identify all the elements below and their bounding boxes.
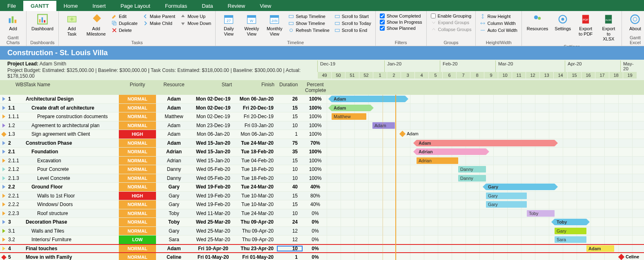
task-row[interactable]: 2Construction PhaseNORMALAdamWed 15-Jan-… — [0, 139, 644, 148]
priority-cell[interactable]: NORMAL — [119, 253, 156, 260]
priority-cell[interactable]: NORMAL — [119, 157, 156, 165]
res-cell[interactable]: Adam — [156, 246, 192, 251]
task-row[interactable]: 1.3Sign agreement with ClientHIGHAdamMon… — [0, 130, 644, 139]
make-parent-button[interactable]: Make Parent — [141, 13, 177, 20]
expand-icon[interactable] — [2, 159, 5, 163]
dur-cell[interactable]: 26 — [277, 96, 303, 102]
finish-cell[interactable]: Fri 01-May-20 — [234, 254, 277, 260]
res-cell[interactable]: Gary — [156, 184, 192, 190]
expand-icon[interactable] — [2, 247, 5, 251]
task-row[interactable]: 5Move in with FamilyNORMALCelineFri 01-M… — [0, 253, 644, 260]
res-cell[interactable]: Adam — [156, 131, 192, 137]
priority-cell[interactable]: NORMAL — [119, 227, 156, 235]
show-progress-check[interactable]: Show In Progress — [378, 19, 424, 25]
duplicate-button[interactable]: Duplicate — [110, 20, 139, 27]
priority-cell[interactable]: NORMAL — [119, 104, 156, 112]
task-name-cell[interactable]: Pour Concrete — [26, 166, 119, 172]
dur-cell[interactable]: 12 — [277, 237, 303, 242]
expand-icon[interactable] — [2, 176, 5, 180]
dur-cell[interactable]: 40 — [277, 184, 303, 190]
pct-cell[interactable]: 100% — [303, 114, 328, 119]
start-cell[interactable]: Wed 19-Feb-20 — [192, 184, 234, 190]
gantt-bar[interactable]: Adrian — [417, 157, 458, 164]
pct-cell[interactable]: 0% — [303, 219, 328, 225]
pct-cell[interactable]: 100% — [303, 105, 328, 111]
dur-cell[interactable]: 10 — [277, 246, 303, 251]
pct-cell[interactable]: 0% — [303, 246, 328, 251]
pct-cell[interactable]: 40% — [303, 202, 328, 207]
priority-cell[interactable]: NORMAL — [119, 218, 156, 226]
start-cell[interactable]: Wed 15-Jan-20 — [192, 149, 234, 155]
res-cell[interactable]: Toby — [156, 211, 192, 216]
task-name-cell[interactable]: Roof structure — [26, 211, 119, 216]
tab-home[interactable]: Home — [56, 1, 85, 11]
milestone-icon[interactable] — [1, 255, 7, 260]
start-cell[interactable]: Mon 23-Dec-19 — [192, 123, 234, 128]
priority-cell[interactable]: NORMAL — [119, 183, 156, 191]
finish-cell[interactable]: Tue 18-Feb-20 — [234, 175, 277, 181]
start-cell[interactable]: Wed 19-Feb-20 — [192, 193, 234, 199]
scroll-end-button[interactable]: Scroll to End — [333, 27, 373, 34]
res-cell[interactable]: Danny — [156, 175, 192, 181]
edit-button[interactable]: Edit — [110, 13, 139, 20]
dur-cell[interactable]: 75 — [277, 140, 303, 146]
setup-timeline-button[interactable]: Setup Timeline — [287, 13, 331, 20]
gantt-bar[interactable]: Danny — [458, 166, 486, 173]
expand-icon[interactable] — [2, 202, 5, 206]
gantt-bar[interactable]: Gary — [555, 228, 586, 234]
pct-cell[interactable]: 0% — [303, 228, 328, 234]
start-cell[interactable]: Mon 06-Jan-20 — [192, 131, 234, 137]
task-name-cell[interactable]: Prepare construction documents — [26, 114, 119, 119]
delete-button[interactable]: Delete — [110, 27, 139, 34]
tab-gantt[interactable]: GANTT — [23, 1, 56, 11]
dashboard-button[interactable]: Dashboard — [29, 12, 56, 33]
refresh-timeline-button[interactable]: Refresh Timeline — [287, 27, 331, 34]
gantt-milestone[interactable] — [618, 254, 625, 260]
dur-cell[interactable]: 10 — [277, 166, 303, 172]
priority-cell[interactable]: NORMAL — [119, 148, 156, 156]
res-cell[interactable]: Toby — [156, 219, 192, 225]
task-row[interactable]: 1.1.1Prepare construction documentsNORMA… — [0, 112, 644, 121]
expand-icon[interactable] — [2, 167, 5, 171]
gantt-bar[interactable]: Gary — [486, 193, 527, 199]
task-name-cell[interactable]: Agreement to architectural plan — [26, 123, 119, 128]
show-planned-check[interactable]: Show Planned — [378, 25, 424, 31]
dur-cell[interactable]: 15 — [277, 114, 303, 119]
daily-view-button[interactable]: 27Daily View — [218, 12, 239, 38]
task-row[interactable]: 3.2Interiors/ FurnitureLOWSaraWed 25-Mar… — [0, 235, 644, 244]
pct-cell[interactable]: 100% — [303, 175, 328, 181]
finish-cell[interactable]: Tue 24-Mar-20 — [234, 140, 277, 146]
task-row[interactable]: 1.2Agreement to architectural planNORMAL… — [0, 121, 644, 130]
finish-cell[interactable]: Thu 09-Apr-20 — [234, 237, 277, 242]
finish-cell[interactable]: Tue 18-Feb-20 — [234, 166, 277, 172]
priority-cell[interactable]: NORMAL — [119, 112, 156, 121]
res-cell[interactable]: Celine — [156, 254, 192, 260]
finish-cell[interactable]: Mon 06-Jan-20 — [234, 96, 277, 102]
dur-cell[interactable]: 15 — [277, 105, 303, 111]
task-name-cell[interactable]: Interiors/ Furniture — [26, 237, 119, 242]
res-cell[interactable]: Adam — [156, 123, 192, 128]
expand-icon[interactable] — [2, 229, 5, 233]
priority-cell[interactable]: NORMAL — [119, 209, 156, 218]
expand-icon[interactable] — [2, 194, 5, 198]
gantt-bar[interactable]: Adam — [417, 140, 555, 146]
weekly-view-button[interactable]: WWeekly View — [241, 12, 262, 38]
task-row[interactable]: 1.1Create draft of architectureNORMALAda… — [0, 104, 644, 113]
finish-cell[interactable]: Tue 18-Feb-20 — [234, 149, 277, 155]
task-row[interactable]: 2.2.1Walls to 1st FloorHIGHGaryWed 19-Fe… — [0, 192, 644, 201]
tab-view[interactable]: View — [252, 1, 279, 11]
task-name-cell[interactable]: Sign agreement with Client — [26, 131, 119, 137]
pct-cell[interactable]: 100% — [303, 123, 328, 128]
start-cell[interactable]: Wed 25-Mar-20 — [192, 228, 234, 234]
start-cell[interactable]: Mon 02-Dec-19 — [192, 114, 234, 119]
dur-cell[interactable]: 1 — [277, 131, 303, 137]
tab-insert[interactable]: Insert — [85, 1, 113, 11]
task-name-cell[interactable]: Create draft of architecture — [26, 105, 119, 111]
task-name-cell[interactable]: Ground Floor — [26, 184, 119, 190]
priority-cell[interactable]: NORMAL — [119, 174, 156, 183]
expand-icon[interactable] — [2, 141, 5, 145]
dur-cell[interactable]: 1 — [277, 254, 303, 260]
task-row[interactable]: 1Architectural DesignNORMALAdamMon 02-De… — [0, 95, 644, 104]
gantt-bar[interactable]: Sara — [555, 236, 586, 243]
task-row[interactable]: 3Decoration PhaseNORMALTobyWed 25-Mar-20… — [0, 218, 644, 227]
